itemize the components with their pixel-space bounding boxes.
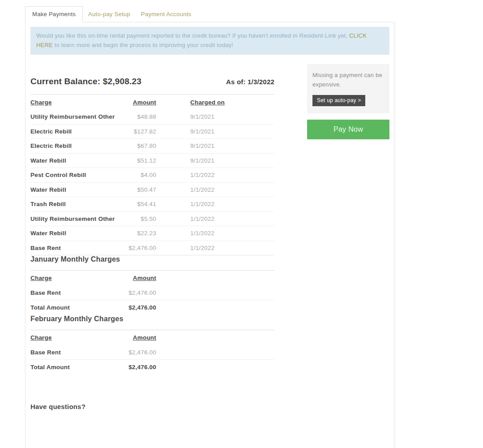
charge-date: 9/1/2021: [190, 128, 214, 135]
charge-amount: $2,476.00: [120, 245, 156, 251]
monthly-section-title: January Monthly Charges: [30, 255, 274, 263]
charge-amount: $5.50: [120, 215, 156, 222]
table-row: Utility Reimbursement Other $48.88 9/1/2…: [30, 110, 274, 125]
charge-amount: $127.82: [120, 128, 156, 135]
table-row: Base Rent $2,476.00 1/1/2022: [30, 241, 274, 256]
charge-name: Trash Rebill: [30, 201, 120, 207]
charge-date: 9/1/2021: [190, 157, 214, 164]
charge-date: 1/1/2022: [190, 215, 214, 222]
charge-name: Water Rebill: [30, 186, 120, 193]
content-row: Current Balance: $2,908.23 As of: 1/3/20…: [26, 55, 394, 410]
charge-amount: $2,476.00: [120, 289, 156, 296]
charge-name: Pest Control Rebill: [30, 172, 120, 178]
header-amount[interactable]: Amount: [120, 334, 156, 341]
charge-amount: $48.88: [120, 113, 156, 120]
header-amount[interactable]: Amount: [120, 275, 156, 281]
tab-auto-pay-setup[interactable]: Auto-pay Setup: [83, 7, 136, 22]
table-row: Electric Rebill $127.82 9/1/2021: [30, 125, 274, 139]
tab-make-payments[interactable]: Make Payments: [25, 6, 83, 22]
charge-amount: $4.00: [120, 172, 156, 178]
monthly-charges-section: February Monthly Charges Charge Amount B…: [30, 315, 274, 375]
table-row: Water Rebill $50.47 1/1/2022: [30, 183, 274, 198]
monthly-sections: January Monthly Charges Charge Amount Ba…: [30, 255, 274, 375]
charge-amount: $67.80: [120, 142, 156, 149]
balance-header: Current Balance: $2,908.23 As of: 1/3/20…: [30, 77, 274, 86]
total-amount: $2,476.00: [120, 304, 156, 311]
charge-name: Water Rebill: [30, 157, 120, 164]
pay-now-button[interactable]: Pay Now: [307, 120, 389, 139]
table-row: Base Rent $2,476.00: [30, 345, 274, 360]
table-row: Water Rebill $22.23 1/1/2022: [30, 226, 274, 241]
charge-name: Electric Rebill: [30, 128, 120, 135]
table-row: Trash Rebill $54.41 1/1/2022: [30, 197, 274, 212]
total-row: Total Amount $2,476.00: [30, 360, 274, 375]
charge-date: 1/1/2022: [190, 230, 214, 237]
resident-link-banner: Would you like this on-time rental payme…: [30, 27, 389, 55]
header-charged-on[interactable]: Charged on: [190, 99, 225, 106]
charge-name: Water Rebill: [30, 230, 120, 237]
charge-date: 9/1/2021: [190, 142, 214, 149]
charge-name: Base Rent: [30, 245, 120, 251]
have-questions-heading: Have questions?: [30, 403, 274, 410]
total-label: Total Amount: [30, 364, 120, 370]
charge-name: Utility Reimbursement Other: [30, 113, 120, 120]
total-label: Total Amount: [30, 304, 120, 311]
charge-name: Base Rent: [30, 349, 120, 356]
sidebar-column: Missing a payment can be expensive. Set …: [307, 55, 389, 410]
charge-amount: $51.12: [120, 157, 156, 164]
balance-table-header: Charge Amount Charged on: [30, 95, 274, 110]
charge-name: Utility Reimbursement Other: [30, 215, 120, 222]
charges-column: Current Balance: $2,908.23 As of: 1/3/20…: [30, 55, 274, 410]
header-charge[interactable]: Charge: [30, 99, 120, 106]
balance-table: Charge Amount Charged on Utility Reimbur…: [30, 95, 274, 255]
table-row: Base Rent $2,476.00: [30, 285, 274, 300]
as-of-date: As of: 1/3/2022: [226, 78, 274, 86]
banner-text-after: to learn more and begin the process to i…: [53, 42, 233, 48]
charge-name: Electric Rebill: [30, 142, 120, 149]
tab-payment-accounts[interactable]: Payment Accounts: [136, 7, 197, 22]
monthly-table-header: Charge Amount: [30, 330, 274, 345]
table-row: Utility Reimbursement Other $5.50 1/1/20…: [30, 212, 274, 227]
monthly-section-title: February Monthly Charges: [30, 315, 274, 323]
total-row: Total Amount $2,476.00: [30, 300, 274, 315]
current-balance-title: Current Balance: $2,908.23: [30, 77, 141, 86]
charge-date: 1/1/2022: [190, 245, 214, 251]
balance-table-body: Utility Reimbursement Other $48.88 9/1/2…: [30, 110, 274, 255]
table-row: Water Rebill $51.12 9/1/2021: [30, 154, 274, 168]
charge-date: 9/1/2021: [190, 113, 214, 120]
monthly-table-header: Charge Amount: [30, 271, 274, 285]
charge-name: Base Rent: [30, 289, 120, 296]
table-row: Pest Control Rebill $4.00 1/1/2022: [30, 168, 274, 183]
tab-bar: Make Payments Auto-pay Setup Payment Acc…: [25, 6, 483, 22]
charge-date: 1/1/2022: [190, 186, 214, 193]
monthly-charges-section: January Monthly Charges Charge Amount Ba…: [30, 255, 274, 315]
header-amount[interactable]: Amount: [120, 99, 156, 106]
charge-amount: $2,476.00: [120, 349, 156, 356]
charge-amount: $50.47: [120, 186, 156, 193]
banner-text-before: Would you like this on-time rental payme…: [36, 32, 349, 39]
header-charge[interactable]: Charge: [30, 275, 120, 281]
autopay-note: Missing a payment can be expensive.: [312, 70, 384, 89]
setup-autopay-button[interactable]: Set up auto-pay >: [312, 95, 365, 106]
header-charge[interactable]: Charge: [30, 334, 120, 341]
charge-amount: $54.41: [120, 201, 156, 207]
table-row: Electric Rebill $67.80 9/1/2021: [30, 139, 274, 154]
total-amount: $2,476.00: [120, 364, 156, 370]
charge-date: 1/1/2022: [190, 201, 214, 207]
payments-page: Make Payments Auto-pay Setup Payment Acc…: [0, 0, 483, 448]
autopay-promo-box: Missing a payment can be expensive. Set …: [307, 64, 389, 113]
charge-date: 1/1/2022: [190, 172, 214, 178]
charge-amount: $22.23: [120, 230, 156, 237]
payments-card: Would you like this on-time rental payme…: [25, 22, 394, 448]
